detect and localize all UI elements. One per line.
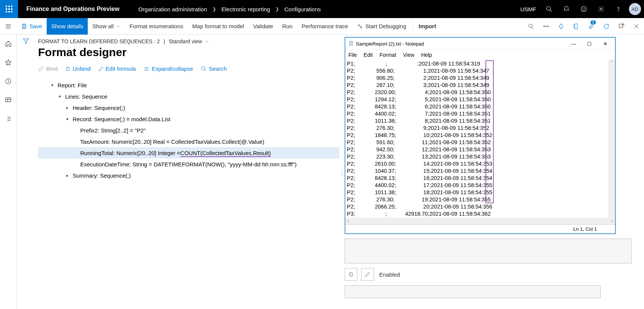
caret-down-icon[interactable]: ▾ — [57, 94, 63, 99]
save-label: Save — [29, 23, 42, 29]
caret-right-icon[interactable]: ▸ — [64, 105, 70, 110]
workspace-icon[interactable] — [0, 94, 17, 106]
more-icon[interactable] — [539, 18, 554, 35]
separator — [412, 21, 413, 32]
attachments-icon[interactable]: 0 — [584, 18, 599, 35]
menu-edit[interactable]: Edit — [364, 52, 373, 58]
tree-node[interactable]: TaxAmount: Numeric[20..20] Real = Collec… — [38, 136, 339, 147]
svg-rect-5 — [11, 8, 12, 10]
svg-point-28 — [548, 26, 548, 26]
svg-rect-3 — [6, 8, 7, 10]
scrollbar-horizontal[interactable]: <> — [345, 218, 615, 224]
svg-rect-6 — [6, 11, 7, 12]
expression-box[interactable] — [345, 239, 632, 263]
splitter[interactable]: ⋮ — [339, 37, 345, 309]
tree-node-underlined: COUNT(CollectedTaxValues.Result) — [180, 150, 271, 156]
import-button[interactable]: Import — [414, 18, 441, 35]
home-icon[interactable] — [0, 38, 17, 50]
show-details-button[interactable]: Show details — [47, 18, 88, 35]
svg-point-45 — [201, 67, 205, 70]
tree-node[interactable]: RunningTotal: Numeric[20..20] Integer = … — [38, 147, 339, 158]
caret-down-icon[interactable]: ▾ — [64, 117, 70, 122]
tree-node-label: Summary: Sequence(;) — [73, 172, 131, 179]
save-button[interactable]: Save — [17, 18, 47, 35]
close-icon[interactable]: ✕ — [598, 41, 612, 47]
format-enumerations-button[interactable]: Format enumerations — [125, 18, 188, 35]
breadcrumb-item[interactable]: Configurations — [284, 6, 321, 12]
enabled-value-box[interactable] — [345, 285, 601, 298]
caret-right-icon[interactable]: ▸ — [64, 173, 70, 178]
smiley-icon[interactable] — [575, 0, 592, 18]
view-selector[interactable]: Standard view — [169, 38, 209, 44]
svg-point-27 — [546, 26, 546, 26]
tree-node[interactable]: ▾Lines: Sequence — [38, 91, 339, 102]
tree-node[interactable]: ▾Report: File — [38, 79, 339, 91]
svg-rect-47 — [349, 41, 353, 45]
map-format-button[interactable]: Map format to model — [188, 18, 249, 35]
popout-icon[interactable] — [614, 18, 629, 35]
tree-node[interactable]: ▸Summary: Sequence(;) — [38, 170, 339, 181]
delete-icon[interactable] — [345, 268, 357, 281]
notepad-text[interactable]: P1; ; ;2021-08-09 11:58:54:319 P2; 556.8… — [345, 59, 608, 218]
app-title: Finance and Operations Preview — [18, 6, 128, 12]
svg-rect-1 — [8, 6, 10, 7]
svg-point-24 — [529, 24, 532, 27]
tree-node-label: Lines: Sequence — [65, 93, 107, 100]
legal-entity[interactable]: USMF — [517, 6, 540, 12]
filter-icon[interactable] — [23, 38, 29, 309]
svg-rect-33 — [6, 98, 11, 102]
performance-trace-button[interactable]: Performance trace — [297, 18, 353, 35]
gear-icon[interactable] — [593, 0, 609, 18]
refresh-icon[interactable] — [599, 18, 614, 35]
breadcrumb-item[interactable]: Organization administration — [138, 6, 207, 12]
help-icon[interactable] — [610, 0, 627, 18]
modules-icon[interactable] — [0, 113, 17, 125]
svg-line-25 — [532, 27, 533, 29]
edit-icon[interactable] — [361, 268, 374, 281]
caret-down-icon[interactable]: ▾ — [49, 83, 55, 88]
run-button[interactable]: Run — [278, 18, 297, 35]
svg-point-9 — [546, 6, 551, 11]
svg-point-11 — [581, 6, 586, 12]
menu-help[interactable]: Help — [421, 52, 432, 58]
scrollbar-vertical[interactable]: ⌃ — [608, 59, 615, 218]
maximize-icon[interactable]: ☐ — [583, 41, 596, 47]
search-icon[interactable] — [523, 18, 539, 35]
tree-node[interactable]: ▸Header: Sequence(;) — [38, 102, 339, 113]
validate-button[interactable]: Validate — [249, 18, 278, 35]
menu-format[interactable]: Format — [380, 52, 396, 58]
tree-node-label: Header: Sequence(;) — [73, 105, 125, 111]
diamond-icon[interactable] — [554, 18, 569, 35]
bind-button[interactable]: Bind — [38, 65, 58, 72]
avatar[interactable]: AD — [629, 3, 641, 15]
menu-file[interactable]: File — [348, 52, 357, 58]
office-icon[interactable] — [569, 18, 584, 35]
start-debugging-button[interactable]: Start Debugging — [353, 18, 411, 35]
hamburger-icon[interactable] — [0, 18, 17, 35]
search-icon[interactable] — [541, 0, 557, 18]
tree-node[interactable]: Prefix2: String[2..2] = "P2" — [38, 125, 339, 136]
tree-node[interactable]: ▾Record: Sequence(;) = model.Data.List — [38, 113, 339, 125]
svg-rect-7 — [8, 11, 10, 12]
page-context: FORMAT TO LEARN DEFERRED SEQUENCES : 2 — [38, 38, 160, 44]
breadcrumb-item[interactable]: Electronic reporting — [221, 6, 270, 12]
format-tree: ▾Report: File▾Lines: Sequence▸Header: Se… — [38, 79, 339, 181]
star-icon[interactable] — [0, 56, 17, 68]
minimize-icon[interactable]: — — [567, 41, 580, 47]
menu-view[interactable]: View — [403, 52, 414, 58]
unbind-button[interactable]: Unbind — [65, 65, 91, 72]
edit-formula-button[interactable]: Edit formula — [98, 65, 136, 72]
svg-line-46 — [204, 70, 206, 71]
close-icon[interactable] — [629, 18, 644, 35]
recent-icon[interactable] — [0, 75, 17, 87]
notepad-menu: File Edit Format View Help — [345, 50, 615, 59]
tree-node-label: ExecutionDateTime: String = DATETIMEFORM… — [80, 161, 296, 167]
search-button[interactable]: Search — [201, 65, 227, 72]
app-launcher-icon[interactable] — [0, 0, 18, 18]
show-all-button[interactable]: Show all — [88, 18, 125, 35]
tree-node[interactable]: ExecutionDateTime: String = DATETIMEFORM… — [38, 158, 339, 170]
svg-line-23 — [360, 26, 361, 27]
bell-icon[interactable] — [558, 0, 575, 18]
expand-collapse-button[interactable]: Expand/collapse — [143, 65, 193, 72]
chevron-right-icon: ❯ — [212, 6, 216, 12]
